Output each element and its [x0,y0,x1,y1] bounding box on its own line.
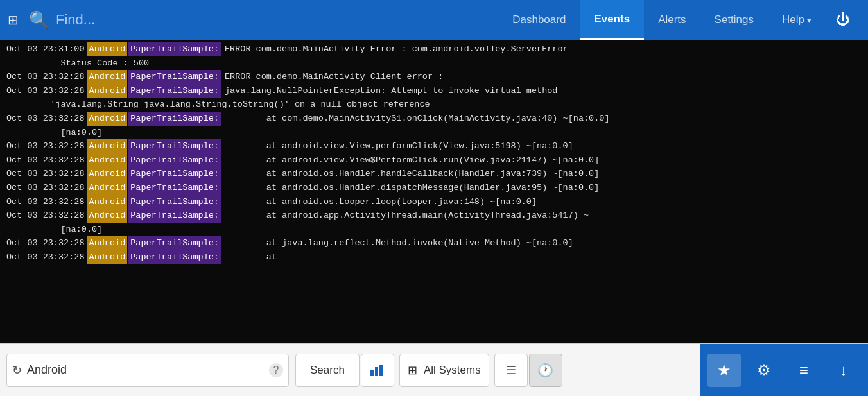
log-area: Oct 03 23:31:00 Android PaperTrailSample… [0,40,868,343]
log-line: [na:0.0] [6,126,862,140]
search-area: ↻ ? [6,354,289,387]
bookmark-icon: ★ [717,361,731,379]
nav-find-text: Find... [56,12,95,28]
log-line: Oct 03 23:32:28 Android PaperTrailSample… [6,181,862,195]
download-button[interactable]: ↓ [827,354,860,387]
nav-link-events[interactable]: Events [580,0,644,40]
log-line: Oct 03 23:32:28 Android PaperTrailSample… [6,153,862,168]
log-line: Status Code : 500 [6,56,862,71]
log-line: Oct 03 23:31:00 Android PaperTrailSample… [6,42,862,56]
nav-link-settings[interactable]: Settings [700,0,768,40]
gear-icon: ⚙ [757,361,771,379]
log-line: Oct 03 23:32:28 Android PaperTrailSample… [6,112,862,126]
systems-list-button[interactable]: ☰ [494,354,528,387]
log-line: Oct 03 23:32:28 Android PaperTrailSample… [6,84,862,98]
systems-grid-icon: ⊞ [408,363,417,377]
systems-area[interactable]: ⊞ All Systems [399,354,489,387]
grid-icon[interactable]: ⊞ [8,12,19,28]
log-line: Oct 03 23:32:28 Android PaperTrailSample… [6,209,862,223]
logout-icon[interactable]: ⏻ [826,0,860,40]
svg-rect-2 [379,365,383,376]
svg-rect-1 [375,367,378,376]
refresh-icon[interactable]: ↻ [12,363,22,377]
clock-icon: 🕐 [537,363,553,378]
bar-chart-icon [370,365,385,376]
nav-search-area[interactable]: 🔍 Find... [29,10,498,30]
log-line: Oct 03 23:32:28 Android PaperTrailSample… [6,195,862,209]
bookmark-button[interactable]: ★ [707,354,741,387]
search-input[interactable] [27,363,264,377]
search-icon: 🔍 [29,10,49,30]
chevron-down-icon: ▾ [807,15,812,25]
download-icon: ↓ [840,361,847,379]
settings-button[interactable]: ⚙ [747,354,781,387]
systems-label: All Systems [424,364,481,377]
top-nav: ⊞ 🔍 Find... Dashboard Events Alerts Sett… [0,0,868,40]
log-line: Oct 03 23:32:28 Android PaperTrailSample… [6,70,862,84]
search-button[interactable]: Search [295,354,360,387]
log-line: Oct 03 23:32:28 Android PaperTrailSample… [6,139,862,153]
right-actions: ★ ⚙ ≡ ↓ [700,344,868,397]
svg-rect-0 [370,370,374,376]
log-line: Oct 03 23:32:28 Android PaperTrailSample… [6,236,862,250]
nav-link-help[interactable]: Help ▾ [768,0,826,40]
nav-link-dashboard[interactable]: Dashboard [498,0,580,40]
hamburger-icon: ≡ [799,361,808,379]
log-line: [na:0.0] [6,223,862,237]
bottom-bar: ↻ ? Search ⊞ All Systems ☰ 🕐 ★ ⚙ ≡ ↓ [0,343,868,396]
nav-links: Dashboard Events Alerts Settings Help ▾ [498,0,826,40]
log-line: Oct 03 23:32:28 Android PaperTrailSample… [6,167,862,181]
menu-button[interactable]: ≡ [787,354,820,387]
nav-link-alerts[interactable]: Alerts [644,0,700,40]
log-line: 'java.lang.String java.lang.String.toStr… [6,98,862,112]
log-line: Oct 03 23:32:28 Android PaperTrailSample… [6,250,862,264]
list-icon: ☰ [506,363,516,377]
chart-icon-button[interactable] [361,354,394,387]
help-icon[interactable]: ? [269,363,283,377]
clock-button[interactable]: 🕐 [529,354,562,387]
